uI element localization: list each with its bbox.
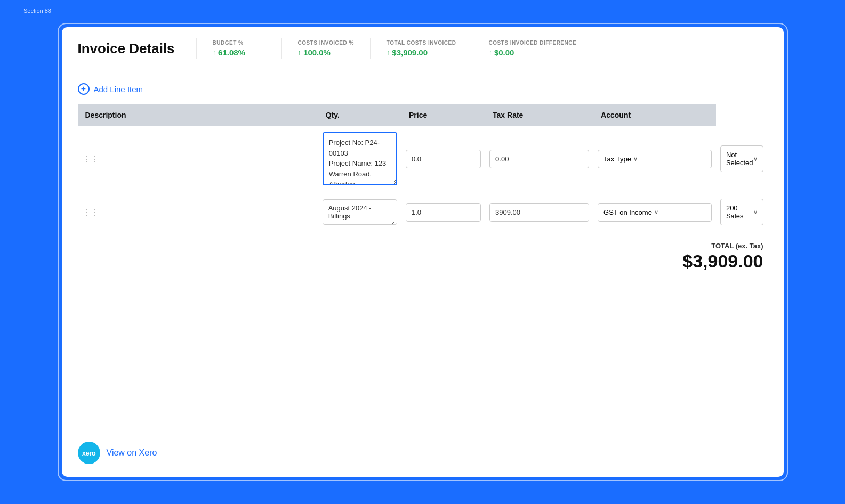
- stat-block-3: COSTS INVOICED DIFFERENCE ↑ $0.00: [472, 38, 592, 59]
- stat-block-2: TOTAL COSTS INVOICED ↑ $3,909.00: [370, 38, 472, 59]
- content-area: + Add Line Item Description Qty. Price T…: [62, 70, 784, 433]
- th-price: Price: [401, 104, 485, 126]
- account-dropdown-1[interactable]: 200 Sales∨: [720, 199, 763, 225]
- stat-arrow-1: ↑: [298, 48, 302, 56]
- tax-rate-value-0: Tax Type: [603, 155, 631, 163]
- account-chevron-0: ∨: [753, 156, 758, 162]
- account-cell-0: Not Selected∨: [716, 126, 768, 192]
- stat-value-1: ↑ 100.0%: [298, 48, 354, 57]
- qty-input-0[interactable]: [406, 150, 481, 168]
- description-cell-0: [318, 126, 401, 192]
- th-tax-rate: Tax Rate: [485, 104, 593, 126]
- stat-number-0: 61.08%: [218, 48, 245, 57]
- stat-arrow-0: ↑: [213, 48, 216, 56]
- price-cell-0: [485, 126, 593, 192]
- add-line-item-button[interactable]: + Add Line Item: [78, 83, 768, 95]
- stat-block-1: COSTS INVOICED % ↑ 100.0%: [281, 38, 370, 59]
- stat-value-2: ↑ $3,909.00: [387, 48, 456, 57]
- outer-border: Invoice Details BUDGET % ↑ 61.08% COSTS …: [58, 23, 788, 481]
- section-label: Section 88: [23, 7, 51, 14]
- stat-label-3: COSTS INVOICED DIFFERENCE: [488, 40, 576, 46]
- stat-label-1: COSTS INVOICED %: [298, 40, 354, 46]
- xero-link-text: View on Xero: [107, 448, 157, 458]
- tax-rate-cell-0: Tax Type ∨: [593, 126, 716, 192]
- th-description: Description: [78, 104, 318, 126]
- description-cell-1: [318, 192, 401, 232]
- account-chevron-1: ∨: [753, 209, 758, 216]
- description-input-0[interactable]: [323, 132, 397, 185]
- price-input-0[interactable]: [489, 150, 589, 168]
- tax-rate-value-1: GST on Income: [603, 208, 652, 216]
- xero-logo: xero: [78, 442, 100, 464]
- drag-handle-1[interactable]: ⋮⋮: [78, 192, 318, 232]
- page-title: Invoice Details: [78, 38, 175, 59]
- table-header-row: Description Qty. Price Tax Rate Account: [78, 104, 768, 126]
- total-amount: $3,909.00: [682, 251, 763, 272]
- total-label: TOTAL (ex. Tax): [711, 242, 763, 250]
- account-cell-1: 200 Sales∨: [716, 192, 768, 232]
- qty-input-1[interactable]: [406, 203, 481, 222]
- footer: xero View on Xero: [62, 433, 784, 477]
- stat-arrow-2: ↑: [387, 48, 390, 56]
- total-section: TOTAL (ex. Tax) $3,909.00: [78, 232, 768, 272]
- drag-handle-0[interactable]: ⋮⋮: [78, 126, 318, 192]
- table-row: ⋮⋮GST on Income ∨200 Sales∨: [78, 192, 768, 232]
- tax-dropdown-1[interactable]: GST on Income ∨: [598, 203, 712, 222]
- stat-number-2: $3,909.00: [392, 48, 428, 57]
- stats-container: BUDGET % ↑ 61.08% COSTS INVOICED % ↑ 100…: [196, 38, 768, 59]
- stat-arrow-3: ↑: [488, 48, 492, 56]
- account-value-1: 200 Sales: [726, 204, 753, 220]
- stat-label-0: BUDGET %: [213, 40, 265, 46]
- view-on-xero-button[interactable]: xero View on Xero: [78, 442, 768, 464]
- description-input-1[interactable]: [323, 199, 397, 225]
- th-qty: Qty.: [318, 104, 401, 126]
- tax-rate-cell-1: GST on Income ∨: [593, 192, 716, 232]
- add-circle-icon: +: [78, 83, 90, 95]
- account-value-0: Not Selected: [726, 151, 753, 167]
- qty-cell-1: [401, 192, 485, 232]
- tax-dropdown-0[interactable]: Tax Type ∨: [598, 150, 712, 168]
- th-account: Account: [593, 104, 716, 126]
- header-row: Invoice Details BUDGET % ↑ 61.08% COSTS …: [62, 27, 784, 70]
- invoice-table: Description Qty. Price Tax Rate Account …: [78, 104, 768, 232]
- tax-chevron-1: ∨: [654, 209, 658, 216]
- stat-number-3: $0.00: [494, 48, 514, 57]
- drag-icon-1: ⋮⋮: [82, 208, 103, 217]
- add-line-item-label: Add Line Item: [94, 85, 143, 94]
- drag-icon-0: ⋮⋮: [82, 155, 103, 164]
- stat-block-0: BUDGET % ↑ 61.08%: [196, 38, 281, 59]
- table-row: ⋮⋮Tax Type ∨Not Selected∨: [78, 126, 768, 192]
- stat-value-3: ↑ $0.00: [488, 48, 576, 57]
- stat-number-1: 100.0%: [303, 48, 331, 57]
- account-dropdown-0[interactable]: Not Selected∨: [720, 145, 763, 172]
- qty-cell-0: [401, 126, 485, 192]
- tax-chevron-0: ∨: [633, 156, 638, 162]
- price-cell-1: [485, 192, 593, 232]
- stat-value-0: ↑ 61.08%: [213, 48, 265, 57]
- invoice-card: Invoice Details BUDGET % ↑ 61.08% COSTS …: [62, 27, 784, 477]
- price-input-1[interactable]: [489, 203, 589, 222]
- stat-label-2: TOTAL COSTS INVOICED: [387, 40, 456, 46]
